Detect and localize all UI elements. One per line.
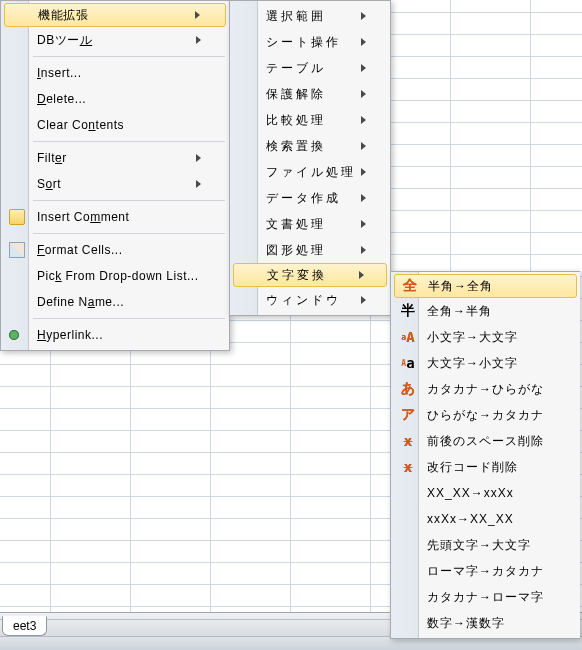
chevron-right-icon	[361, 142, 366, 150]
menu-item-label: 文字変換	[267, 267, 359, 284]
menu-item-label: Pick From Drop-down List...	[37, 269, 201, 283]
chevron-right-icon	[359, 271, 364, 279]
chevron-right-icon	[361, 90, 366, 98]
submenu-item[interactable]: 検索置換	[232, 133, 388, 159]
menu-item-label: 検索置換	[266, 138, 361, 155]
menu-item-label: Hyperlink...	[37, 328, 201, 342]
submenu-item[interactable]: 図形処理	[232, 237, 388, 263]
menu-item-insert-comment[interactable]: Insert Comment	[3, 204, 227, 230]
menu-item-label: ウィンドウ	[266, 292, 361, 309]
menu-item-label: 図形処理	[266, 242, 361, 259]
menu-item-label: テーブル	[266, 60, 361, 77]
menu-item-label: 比較処理	[266, 112, 361, 129]
chevron-right-icon	[361, 168, 366, 176]
submenu-item[interactable]: х前後のスペース削除	[393, 428, 578, 454]
format-cells-icon	[9, 242, 25, 258]
menu-separator	[33, 318, 225, 319]
chevron-right-icon	[196, 180, 201, 188]
menu-item-label: 選択範囲	[266, 8, 361, 25]
menu-item-label: データ作成	[266, 190, 361, 207]
conversion-icon: х	[399, 458, 417, 476]
menu-item-label: 半角→全角	[428, 278, 566, 295]
submenu-item[interactable]: シート操作	[232, 29, 388, 55]
submenu-item[interactable]: ファイル処理	[232, 159, 388, 185]
menu-item-label: 機能拡張	[38, 7, 195, 24]
menu-separator	[33, 233, 225, 234]
conversion-icon: 半	[399, 302, 417, 320]
submenu-item[interactable]: 選択範囲	[232, 3, 388, 29]
menu-item-label: 全角→半角	[427, 303, 568, 320]
chevron-right-icon	[361, 12, 366, 20]
chevron-right-icon	[196, 36, 201, 44]
menu-item-label: ひらがな→カタカナ	[427, 407, 568, 424]
menu-item-label: 保護解除	[266, 86, 361, 103]
submenu-item[interactable]: ウィンドウ	[232, 287, 388, 313]
menu-item-label: ローマ字→カタカナ	[427, 563, 568, 580]
menu-item-label: 先頭文字→大文字	[427, 537, 568, 554]
menu-item-label: 数字→漢数字	[427, 615, 568, 632]
chevron-right-icon	[361, 116, 366, 124]
submenu-item[interactable]: XX_XX→xxXx	[393, 480, 578, 506]
submenu-item[interactable]: アひらがな→カタカナ	[393, 402, 578, 428]
chevron-right-icon	[361, 296, 366, 304]
menu-item-sort[interactable]: Sort	[3, 171, 227, 197]
submenu-item[interactable]: 文字変換	[233, 263, 387, 287]
menu-item-hyperlink[interactable]: Hyperlink...	[3, 322, 227, 348]
submenu-item[interactable]: 文書処理	[232, 211, 388, 237]
menu-item-label: 大文字→小文字	[427, 355, 568, 372]
hyperlink-icon	[9, 330, 19, 340]
submenu-item[interactable]: Aa大文字→小文字	[393, 350, 578, 376]
menu-item-label: xxXx→XX_XX	[427, 512, 568, 526]
sheet-tab[interactable]: eet3	[2, 616, 47, 636]
menu-separator	[33, 56, 225, 57]
submenu-item[interactable]: カタカナ→ローマ字	[393, 584, 578, 610]
sheet-tab-label: eet3	[13, 619, 36, 633]
submenu-item[interactable]: aA小文字→大文字	[393, 324, 578, 350]
context-menu-primary: 機能拡張 DBツール Insert... Delete... Clear Con…	[0, 0, 230, 351]
menu-item-label: Define Name...	[37, 295, 201, 309]
menu-item-format-cells[interactable]: Format Cells...	[3, 237, 227, 263]
submenu-item[interactable]: 先頭文字→大文字	[393, 532, 578, 558]
submenu-item[interactable]: ローマ字→カタカナ	[393, 558, 578, 584]
conversion-icon: Aa	[399, 354, 417, 372]
menu-item-label: カタカナ→ローマ字	[427, 589, 568, 606]
menu-item-clear-contents[interactable]: Clear Contents	[3, 112, 227, 138]
chevron-right-icon	[361, 246, 366, 254]
menu-separator	[33, 141, 225, 142]
chevron-right-icon	[361, 220, 366, 228]
menu-item-label: DBツール	[37, 32, 196, 49]
submenu-item[interactable]: xxXx→XX_XX	[393, 506, 578, 532]
conversion-icon: 全	[401, 277, 419, 295]
menu-item-label: Insert...	[37, 66, 201, 80]
menu-separator	[33, 200, 225, 201]
submenu-item[interactable]: テーブル	[232, 55, 388, 81]
menu-item-define-name[interactable]: Define Name...	[3, 289, 227, 315]
menu-item-label: Insert Comment	[37, 210, 201, 224]
submenu-item[interactable]: 数字→漢数字	[393, 610, 578, 636]
submenu-item[interactable]: データ作成	[232, 185, 388, 211]
menu-item-label: Filter	[37, 151, 196, 165]
chevron-right-icon	[195, 11, 200, 19]
conversion-icon: aA	[399, 328, 417, 346]
menu-item-label: XX_XX→xxXx	[427, 486, 568, 500]
submenu-item[interactable]: 比較処理	[232, 107, 388, 133]
menu-item-filter[interactable]: Filter	[3, 145, 227, 171]
comment-icon	[9, 209, 25, 225]
context-menu-text-conversion: 全半角→全角半全角→半角aA小文字→大文字Aa大文字→小文字あカタカナ→ひらがな…	[390, 271, 580, 639]
submenu-item[interactable]: 半全角→半角	[393, 298, 578, 324]
submenu-item[interactable]: 保護解除	[232, 81, 388, 107]
chevron-right-icon	[361, 38, 366, 46]
conversion-icon: х	[399, 432, 417, 450]
submenu-item[interactable]: 全半角→全角	[394, 274, 577, 298]
menu-item-delete[interactable]: Delete...	[3, 86, 227, 112]
menu-item-db-tools[interactable]: DBツール	[3, 27, 227, 53]
submenu-item[interactable]: あカタカナ→ひらがな	[393, 376, 578, 402]
menu-item-label: カタカナ→ひらがな	[427, 381, 568, 398]
chevron-right-icon	[361, 194, 366, 202]
menu-item-label: Sort	[37, 177, 196, 191]
menu-item-extensions[interactable]: 機能拡張	[4, 3, 226, 27]
menu-item-label: 前後のスペース削除	[427, 433, 568, 450]
submenu-item[interactable]: х改行コード削除	[393, 454, 578, 480]
menu-item-pick-from-list[interactable]: Pick From Drop-down List...	[3, 263, 227, 289]
menu-item-insert[interactable]: Insert...	[3, 60, 227, 86]
